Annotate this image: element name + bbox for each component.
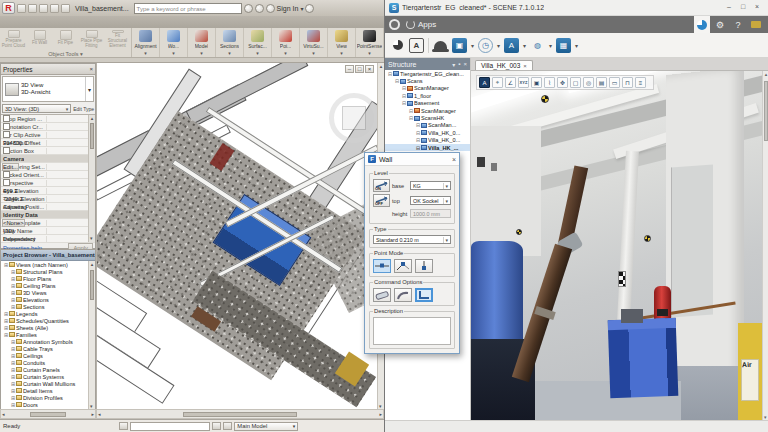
ribbon-tool-disabled[interactable]: Fit Wall <box>27 30 52 49</box>
tree-item[interactable]: ⊞ Curtain Systems <box>1 373 95 380</box>
command-option-arc-button[interactable] <box>394 288 412 302</box>
restore-icon[interactable]: □ <box>355 65 364 73</box>
dialog-title-bar[interactable]: F Wall × <box>365 153 459 166</box>
point-mode-line-button[interactable] <box>373 259 391 273</box>
exchange-icon[interactable] <box>255 4 264 13</box>
tool-dropdown-icon[interactable]: ▾ <box>200 50 203 56</box>
tree-item[interactable]: ⊞ Legends <box>1 310 95 317</box>
design-option-icon[interactable] <box>223 422 232 430</box>
worksets-combo[interactable] <box>130 422 210 431</box>
tree-item[interactable]: ⊞ Cable Trays <box>1 345 95 352</box>
sphere-icon[interactable]: ◎ <box>583 77 594 88</box>
property-row[interactable]: Far Clip Active <box>1 131 95 139</box>
tree-item[interactable]: ⊞ Floor Plans <box>1 275 95 282</box>
browser-hscrollbar[interactable]: ◂▸ <box>0 409 96 419</box>
tree-item[interactable]: ⊞ Structural Plans <box>1 268 95 275</box>
tree-item[interactable]: ⊟ Villa_HK_... <box>385 144 470 151</box>
ribbon-tool-disabled[interactable]: Fit Structural Element <box>105 30 130 49</box>
tree-item[interactable]: ⊟ Scans <box>385 77 470 84</box>
property-row[interactable]: Rendering Set... Edit... <box>1 163 95 171</box>
tree-item[interactable]: ⊟ ScanMan... <box>385 122 470 129</box>
help-button[interactable]: ? <box>730 16 746 33</box>
panorama-view[interactable]: Air A ⌖ ∠ XYZ ▣ ⌇ ✥ ▢ ◎ ▤ ▭ ⊓ ≡ <box>471 71 762 420</box>
tool-dropdown-icon[interactable]: ▾ <box>340 50 343 56</box>
property-row[interactable]: Annotation Cr... <box>1 123 95 131</box>
tool-dropdown-icon[interactable]: ▾ <box>256 50 259 56</box>
clipping-box-icon[interactable]: ▢ <box>570 77 581 88</box>
ribbon-tool[interactable]: Sections ▾ <box>216 28 244 57</box>
tree-item[interactable]: ⊞ Curtain Wall Mullions <box>1 380 95 387</box>
property-row[interactable]: View Template <None> <box>1 219 95 227</box>
close-icon[interactable]: × <box>365 65 374 73</box>
ribbon-tool[interactable]: Wo... ▾ <box>160 28 188 57</box>
tool-dropdown-icon[interactable]: ▾ <box>284 50 287 56</box>
worksets-icon[interactable] <box>119 422 128 430</box>
minimize-icon[interactable]: – <box>345 65 354 73</box>
tree-item[interactable]: ⊞ Ceiling Plans <box>1 282 95 289</box>
revit-app-icon[interactable]: R <box>2 2 15 14</box>
view-image-icon[interactable]: ▣ <box>452 38 467 53</box>
ribbon-tool-disabled[interactable]: Prepare Point Cloud <box>1 30 26 49</box>
close-icon[interactable]: × <box>750 2 764 13</box>
favorites-icon[interactable] <box>266 4 275 13</box>
axes-icon[interactable]: ⌖ <box>492 77 503 88</box>
plane-icon[interactable]: ▤ <box>596 77 607 88</box>
revit-3d-view[interactable]: – □ × ▴▾ <box>96 63 384 409</box>
annotation-a-icon[interactable]: A <box>479 77 490 88</box>
property-row[interactable]: Eye Elevation 469.2 <box>1 187 95 195</box>
ribbon-tool[interactable]: VirtuSu... ▾ <box>300 28 328 57</box>
annotate-doc-icon[interactable]: A <box>409 38 424 53</box>
measure-icon[interactable]: ∠ <box>505 77 516 88</box>
properties-scrollbar[interactable]: ▴▾ <box>88 115 95 242</box>
property-row[interactable]: Locked Orient... <box>1 171 95 179</box>
undo-icon[interactable] <box>39 4 48 13</box>
property-row[interactable]: Crop Region ... <box>1 115 95 123</box>
point-mode-angle-button[interactable] <box>394 259 412 273</box>
tree-item[interactable]: ⊟ 1_floor <box>385 92 470 99</box>
canvas-hscrollbar[interactable]: ◂▸ <box>96 409 384 419</box>
maximize-icon[interactable]: □ <box>736 2 750 13</box>
top-level-combo[interactable]: OK Sockel▾ <box>410 196 451 205</box>
web-share-icon[interactable]: ◍ <box>530 38 545 53</box>
description-textarea[interactable] <box>373 317 451 345</box>
tree-item[interactable]: ⊟ Tiergartenstr_EG_clean... <box>385 70 470 77</box>
tree-item[interactable]: ⊞ Sections <box>1 303 95 310</box>
open-icon[interactable] <box>17 4 26 13</box>
ribbon-tool[interactable]: View ▾ <box>328 28 356 57</box>
tree-item[interactable]: ⊞ Annotation Symbols <box>1 338 95 345</box>
browser-scrollbar[interactable]: ▴▾ <box>88 261 95 409</box>
property-row[interactable]: Camera Positi... Adjusting <box>1 203 95 211</box>
main-model-combo[interactable]: Main Model▾ <box>234 422 298 431</box>
close-tab-icon[interactable]: × <box>523 63 527 69</box>
property-row[interactable]: Perspective <box>1 179 95 187</box>
structure-panel-header[interactable]: Structure ▾ ▪ × <box>385 58 470 70</box>
editable-only-icon[interactable] <box>212 422 221 430</box>
property-row[interactable]: Dependency Independent <box>1 235 95 243</box>
search-icon[interactable] <box>244 4 253 13</box>
tree-item[interactable]: ⊟ Villa_HK_0... <box>385 137 470 144</box>
feedback-button[interactable] <box>748 16 764 33</box>
point-mode-vertical-button[interactable] <box>415 259 433 273</box>
help-icon[interactable] <box>305 4 314 13</box>
wall-type-combo[interactable]: Standard 0.210 m▾ <box>373 235 451 244</box>
explore-icon[interactable] <box>390 38 405 53</box>
panel-dropdown-icon[interactable]: ▾ <box>452 61 455 68</box>
save-icon[interactable] <box>28 4 37 13</box>
photo-a-icon[interactable]: A <box>504 38 519 53</box>
scene-menu-icon[interactable] <box>389 19 400 30</box>
settings-button[interactable]: ⚙ <box>712 16 728 33</box>
ribbon-tool[interactable]: Alignment ▾ <box>132 28 160 57</box>
chevron-down-icon[interactable]: ▾ <box>85 77 91 101</box>
tree-item[interactable]: ⊟ Basement <box>385 100 470 107</box>
pano-vscrollbar[interactable]: ▴▾ <box>762 71 768 420</box>
viewcube[interactable] <box>329 93 381 145</box>
close-icon[interactable]: × <box>452 156 456 163</box>
pipe-tool-icon[interactable]: ⊓ <box>622 77 633 88</box>
type-selector[interactable]: 3D View 3D-Ansicht ▾ <box>2 76 94 102</box>
tool-dropdown-icon[interactable]: ▾ <box>368 50 371 56</box>
ribbon-tool[interactable]: Model ▾ <box>188 28 216 57</box>
view-filter-combo[interactable]: 3D View: (3D)▾ <box>2 104 71 113</box>
ribbon-tool-disabled[interactable]: Fit Pipe <box>53 30 78 49</box>
property-row[interactable]: Target Elevation -2349.2 <box>1 195 95 203</box>
project-browser-header[interactable]: Project Browser - Villa_basement.rvt <box>1 250 95 261</box>
